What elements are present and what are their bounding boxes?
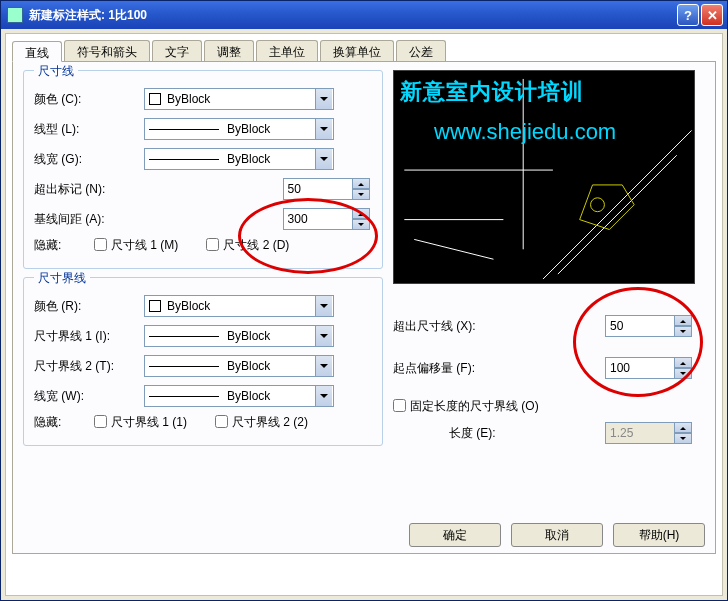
- dimline-ltype-value: ByBlock: [227, 122, 315, 136]
- extline-lweight-combo[interactable]: ByBlock: [144, 385, 334, 407]
- tab-lines[interactable]: 直线: [12, 41, 62, 62]
- extline-beyond-input[interactable]: [605, 315, 675, 337]
- extline-beyond-spinner[interactable]: [605, 315, 695, 337]
- extline-right-column: 超出尺寸线 (X): 起点偏移量 (F): 固定长度的尺寸界线 (O): [393, 308, 695, 451]
- tab-arrows[interactable]: 符号和箭头: [64, 40, 150, 61]
- dimline-hide2-checkbox[interactable]: [206, 238, 219, 251]
- extline-offset-spinner[interactable]: [605, 357, 695, 379]
- dimline-hide-label: 隐藏:: [34, 237, 94, 254]
- spin-down-icon: [675, 433, 692, 444]
- dimline-lweight-label: 线宽 (G):: [34, 151, 144, 168]
- dimline-legend: 尺寸线: [34, 63, 78, 80]
- help-button[interactable]: 帮助(H): [613, 523, 705, 547]
- spin-up-icon[interactable]: [675, 357, 692, 368]
- dimline-extend-input[interactable]: [283, 178, 353, 200]
- dimline-baseline-input[interactable]: [283, 208, 353, 230]
- spin-up-icon[interactable]: [353, 208, 370, 219]
- dialog-window: 新建标注样式: 1比100 ? ✕ 直线 符号和箭头 文字 调整 主单位 换算单…: [0, 0, 728, 601]
- extline-beyond-label: 超出尺寸线 (X):: [393, 318, 523, 335]
- extline-lweight-value: ByBlock: [227, 389, 315, 403]
- watermark-url: www.shejiedu.com: [434, 119, 616, 145]
- chevron-down-icon[interactable]: [315, 356, 332, 376]
- extline-fixed-checkbox[interactable]: [393, 399, 406, 412]
- extline-length-input: [605, 422, 675, 444]
- dimline-ltype-label: 线型 (L):: [34, 121, 144, 138]
- extline-lt1-combo[interactable]: ByBlock: [144, 325, 334, 347]
- extline-color-combo[interactable]: ByBlock: [144, 295, 334, 317]
- extline-lt2-combo[interactable]: ByBlock: [144, 355, 334, 377]
- tab-body: 尺寸线 颜色 (C): ByBlock 线型 (L): ByBlock: [12, 62, 716, 554]
- titlebar[interactable]: 新建标注样式: 1比100 ? ✕: [1, 1, 727, 29]
- spin-down-icon[interactable]: [675, 326, 692, 337]
- tab-fit[interactable]: 调整: [204, 40, 254, 61]
- cancel-button[interactable]: 取消: [511, 523, 603, 547]
- button-bar: 确定 取消 帮助(H): [409, 523, 705, 547]
- tabstrip: 直线 符号和箭头 文字 调整 主单位 换算单位 公差: [12, 40, 716, 62]
- chevron-down-icon[interactable]: [315, 386, 332, 406]
- dimline-color-value: ByBlock: [167, 92, 315, 106]
- line-icon: [149, 336, 219, 337]
- extline-length-label: 长度 (E):: [393, 425, 523, 442]
- dimline-baseline-spinner[interactable]: [283, 208, 372, 230]
- chevron-down-icon[interactable]: [315, 296, 332, 316]
- tab-tol[interactable]: 公差: [396, 40, 446, 61]
- extline-offset-input[interactable]: [605, 357, 675, 379]
- chevron-down-icon[interactable]: [315, 326, 332, 346]
- dimline-group: 尺寸线 颜色 (C): ByBlock 线型 (L): ByBlock: [23, 70, 383, 269]
- extline-lweight-label: 线宽 (W):: [34, 388, 144, 405]
- byblock-swatch-icon: [149, 300, 161, 312]
- spin-up-icon[interactable]: [353, 178, 370, 189]
- close-button[interactable]: ✕: [701, 4, 723, 26]
- preview-pane: 新意室内设计培训 www.shejiedu.com: [393, 70, 695, 284]
- spin-down-icon[interactable]: [353, 219, 370, 230]
- spin-up-icon[interactable]: [675, 315, 692, 326]
- spin-down-icon[interactable]: [353, 189, 370, 200]
- app-icon: [7, 7, 23, 23]
- svg-line-5: [558, 155, 677, 274]
- dimline-baseline-label: 基线间距 (A):: [34, 211, 183, 228]
- tab-primary[interactable]: 主单位: [256, 40, 318, 61]
- help-button[interactable]: ?: [677, 4, 699, 26]
- dimline-hide1[interactable]: 尺寸线 1 (M): [94, 237, 178, 254]
- dimline-color-label: 颜色 (C):: [34, 91, 144, 108]
- line-icon: [149, 396, 219, 397]
- tab-text[interactable]: 文字: [152, 40, 202, 61]
- watermark-title: 新意室内设计培训: [400, 77, 584, 107]
- client-area: 直线 符号和箭头 文字 调整 主单位 换算单位 公差 尺寸线 颜色 (C): B…: [5, 33, 723, 596]
- extline-legend: 尺寸界线: [34, 270, 90, 287]
- extline-color-label: 颜色 (R):: [34, 298, 144, 315]
- chevron-down-icon[interactable]: [315, 89, 332, 109]
- window-title: 新建标注样式: 1比100: [29, 7, 675, 24]
- chevron-down-icon[interactable]: [315, 119, 332, 139]
- svg-line-4: [543, 130, 692, 279]
- line-icon: [149, 366, 219, 367]
- extline-lt2-label: 尺寸界线 2 (T):: [34, 358, 144, 375]
- extline-color-value: ByBlock: [167, 299, 315, 313]
- dimline-color-combo[interactable]: ByBlock: [144, 88, 334, 110]
- line-icon: [149, 159, 219, 160]
- extline-hide1-checkbox[interactable]: [94, 415, 107, 428]
- dimline-ltype-combo[interactable]: ByBlock: [144, 118, 334, 140]
- dimline-lweight-combo[interactable]: ByBlock: [144, 148, 334, 170]
- extline-hide-label: 隐藏:: [34, 414, 94, 431]
- tab-alt[interactable]: 换算单位: [320, 40, 394, 61]
- dimline-hide1-checkbox[interactable]: [94, 238, 107, 251]
- extline-lt1-label: 尺寸界线 1 (I):: [34, 328, 144, 345]
- ok-button[interactable]: 确定: [409, 523, 501, 547]
- dimline-lweight-value: ByBlock: [227, 152, 315, 166]
- spin-up-icon: [675, 422, 692, 433]
- dimline-extend-spinner[interactable]: [283, 178, 372, 200]
- extline-fixed[interactable]: 固定长度的尺寸界线 (O): [393, 398, 539, 415]
- extline-hide1[interactable]: 尺寸界线 1 (1): [94, 414, 187, 431]
- extline-hide2-checkbox[interactable]: [215, 415, 228, 428]
- extline-hide2[interactable]: 尺寸界线 2 (2): [215, 414, 308, 431]
- line-icon: [149, 129, 219, 130]
- extline-offset-label: 起点偏移量 (F):: [393, 360, 523, 377]
- extline-lt2-value: ByBlock: [227, 359, 315, 373]
- extline-group: 尺寸界线 颜色 (R): ByBlock 尺寸界线 1 (I): ByBlock: [23, 277, 383, 446]
- dimline-extend-label: 超出标记 (N):: [34, 181, 183, 198]
- svg-point-6: [591, 198, 605, 212]
- dimline-hide2[interactable]: 尺寸线 2 (D): [206, 237, 289, 254]
- spin-down-icon[interactable]: [675, 368, 692, 379]
- chevron-down-icon[interactable]: [315, 149, 332, 169]
